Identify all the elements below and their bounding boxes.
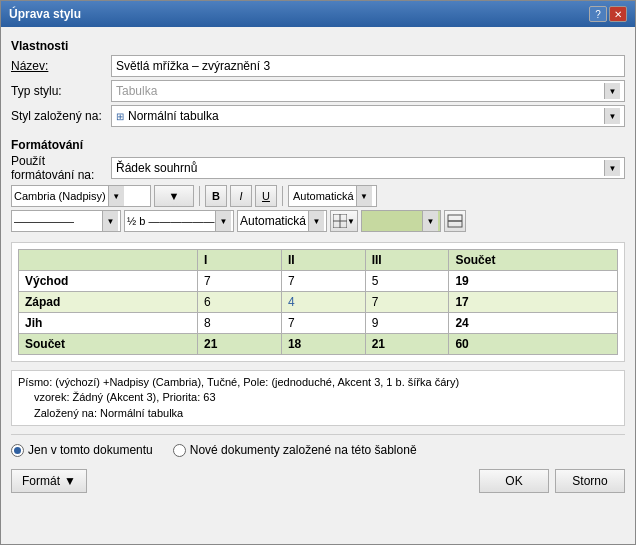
table-cell: 18 <box>281 334 365 355</box>
border-align-combo[interactable]: Automatická ▼ <box>237 210 327 232</box>
table-cell: 21 <box>198 334 282 355</box>
style-type-value: Tabulka <box>116 84 157 98</box>
grid-arrow-1[interactable]: ▼ <box>347 217 355 226</box>
based-on-icon: ⊞ <box>116 111 124 122</box>
format-button[interactable]: Formát ▼ <box>11 469 87 493</box>
grid-icon-1 <box>333 214 347 228</box>
table-cell: 17 <box>449 292 618 313</box>
table-cell: 6 <box>198 292 282 313</box>
bold-button[interactable]: B <box>205 185 227 207</box>
table-cell: 24 <box>449 313 618 334</box>
properties-section-label: Vlastnosti <box>11 39 625 53</box>
apply-to-label: Použít formátování na: <box>11 154 111 182</box>
border-align-arrow[interactable]: ▼ <box>308 211 324 231</box>
name-label: Název: <box>11 59 111 73</box>
table-cell: 21 <box>365 334 449 355</box>
cancel-button[interactable]: Storno <box>555 469 625 493</box>
table-row-summary: Součet 21 18 21 60 <box>19 334 618 355</box>
based-on-row: Styl založený na: ⊞ Normální tabulka ▼ <box>11 105 625 127</box>
table-cell: 9 <box>365 313 449 334</box>
description-line2: vzorek: Žádný (Akcent 3), Priorita: 63 <box>18 390 618 405</box>
table-cell: Součet <box>19 334 198 355</box>
border-side-button[interactable] <box>444 210 466 232</box>
font-size-combo[interactable]: ▼ <box>154 185 194 207</box>
table-header-1: I <box>198 250 282 271</box>
formatting-section-label: Formátování <box>11 138 625 152</box>
font-name-arrow[interactable]: ▼ <box>108 186 124 206</box>
table-header-4: Součet <box>449 250 618 271</box>
table-cell: 7 <box>198 271 282 292</box>
table-row: Západ 6 4 7 17 <box>19 292 618 313</box>
radio-button-2[interactable] <box>173 444 186 457</box>
table-row: Jih 8 7 9 24 <box>19 313 618 334</box>
border-align-label: Automatická <box>240 214 308 228</box>
font-name-combo[interactable]: Cambria (Nadpisy) ▼ <box>11 185 151 207</box>
ok-button[interactable]: OK <box>479 469 549 493</box>
close-button[interactable]: ✕ <box>609 6 627 22</box>
color-swatch-combo[interactable]: ▼ <box>361 210 441 232</box>
radio-button-1[interactable] <box>11 444 24 457</box>
apply-to-value: Řádek souhrnů <box>116 161 604 175</box>
action-row: Formát ▼ OK Storno <box>11 469 625 493</box>
line-width-display: ½ b —————— <box>127 215 215 227</box>
table-cell: 19 <box>449 271 618 292</box>
name-input[interactable] <box>111 55 625 77</box>
table-cell: 4 <box>281 292 365 313</box>
table-cell: 7 <box>365 292 449 313</box>
line-style-left-arrow[interactable]: ▼ <box>102 211 118 231</box>
preview-table: I II III Součet Východ 7 7 5 19 <box>18 249 618 355</box>
apply-to-arrow[interactable]: ▼ <box>604 160 620 176</box>
separator-2 <box>282 186 283 206</box>
apply-to-combo[interactable]: Řádek souhrnů ▼ <box>111 157 625 179</box>
table-cell: Východ <box>19 271 198 292</box>
grid-button-1[interactable]: ▼ <box>330 210 358 232</box>
font-color-label: Automatická <box>293 190 354 202</box>
table-header-0 <box>19 250 198 271</box>
line-width-combo[interactable]: ½ b —————— ▼ <box>124 210 234 232</box>
border-side-icon <box>447 214 463 228</box>
italic-button[interactable]: I <box>230 185 252 207</box>
style-type-combo[interactable]: Tabulka ▼ <box>111 80 625 102</box>
dialog-body: Vlastnosti Název: Typ stylu: Tabulka ▼ S… <box>1 27 635 544</box>
radio-option-1[interactable]: Jen v tomto dokumentu <box>11 443 153 457</box>
style-type-arrow[interactable]: ▼ <box>604 83 620 99</box>
table-header-row: I II III Součet <box>19 250 618 271</box>
apply-to-row: Použít formátování na: Řádek souhrnů ▼ <box>11 154 625 182</box>
description-line3: Založený na: Normální tabulka <box>18 406 618 421</box>
ok-storno-row: OK Storno <box>479 469 625 493</box>
line-style-left-combo[interactable]: —————— ▼ <box>11 210 121 232</box>
table-cell: 7 <box>281 271 365 292</box>
divider <box>11 434 625 435</box>
radio-label-2: Nové dokumenty založené na této šabloně <box>190 443 417 457</box>
style-type-label: Typ stylu: <box>11 84 111 98</box>
dialog-window: Úprava stylu ? ✕ Vlastnosti Název: Typ s… <box>0 0 636 545</box>
style-type-row: Typ stylu: Tabulka ▼ <box>11 80 625 102</box>
table-cell: 7 <box>281 313 365 334</box>
font-size-arrow[interactable]: ▼ <box>169 190 180 202</box>
border-toolbar: —————— ▼ ½ b —————— ▼ Automatická ▼ <box>11 210 625 232</box>
based-on-combo[interactable]: ⊞ Normální tabulka ▼ <box>111 105 625 127</box>
font-toolbar: Cambria (Nadpisy) ▼ ▼ B I U Automatická … <box>11 185 625 207</box>
formatting-section: Formátování Použít formátování na: Řádek… <box>11 134 625 238</box>
table-cell: 60 <box>449 334 618 355</box>
table-header-3: III <box>365 250 449 271</box>
format-arrow-icon: ▼ <box>64 474 76 488</box>
title-bar: Úprava stylu ? ✕ <box>1 1 635 27</box>
table-cell: 5 <box>365 271 449 292</box>
table-preview: I II III Součet Východ 7 7 5 19 <box>11 242 625 362</box>
separator-1 <box>199 186 200 206</box>
radio-option-2[interactable]: Nové dokumenty založené na této šabloně <box>173 443 417 457</box>
line-style-left-display: —————— <box>14 216 102 227</box>
properties-section: Vlastnosti Název: Typ stylu: Tabulka ▼ S… <box>11 35 625 130</box>
line-width-arrow[interactable]: ▼ <box>215 211 231 231</box>
font-color-arrow[interactable]: ▼ <box>356 186 372 206</box>
help-button[interactable]: ? <box>589 6 607 22</box>
description-box: Písmo: (výchozí) +Nadpisy (Cambria), Tuč… <box>11 370 625 426</box>
name-row: Název: <box>11 55 625 77</box>
underline-button[interactable]: U <box>255 185 277 207</box>
font-color-combo[interactable]: Automatická ▼ <box>288 185 377 207</box>
radio-row: Jen v tomto dokumentu Nové dokumenty zal… <box>11 443 625 457</box>
radio-label-1: Jen v tomto dokumentu <box>28 443 153 457</box>
based-on-arrow[interactable]: ▼ <box>604 108 620 124</box>
color-swatch-arrow[interactable]: ▼ <box>422 211 438 231</box>
